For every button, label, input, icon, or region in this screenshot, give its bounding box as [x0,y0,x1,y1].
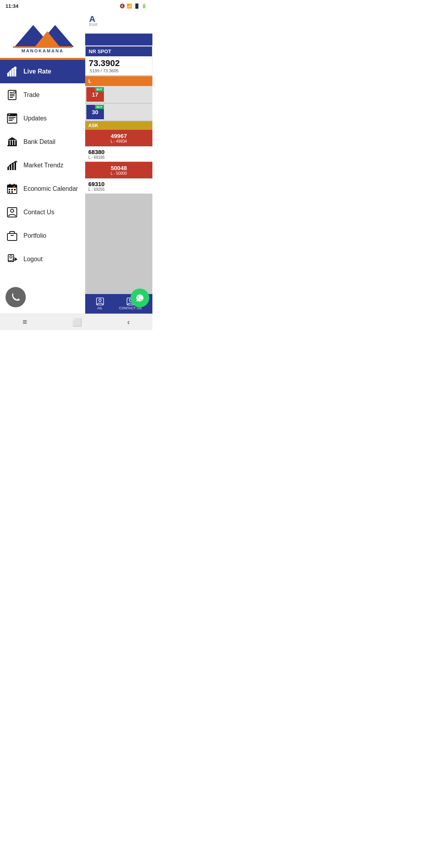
updates-label: Updates [23,115,47,122]
menu-item-bank-detail[interactable]: Bank Detail [0,130,85,154]
price-row-3: 50048 L - 50000 [85,162,152,178]
svg-rect-20 [9,117,16,118]
logout-label: Logout [23,256,43,263]
price-value-4: 69310 [88,181,149,187]
svg-rect-41 [11,189,13,190]
status-bar: 11:34 🔇 📶 ▐▌ 🔋 [0,0,152,11]
svg-point-48 [11,209,14,212]
svg-rect-3 [13,46,72,48]
buy-badge-1: BUY [95,87,104,91]
menu-item-portfolio[interactable]: Portfolio [0,224,85,247]
market-trendz-icon [5,159,19,172]
economic-calendar-icon [5,182,19,195]
svg-rect-21 [9,118,14,119]
price-row-1: 49967 L - 49934 [85,130,152,146]
svg-rect-13 [10,95,14,96]
svg-text:MANOKAMANA: MANOKAMANA [21,48,64,53]
menu-item-market-trendz[interactable]: Market Trendz [0,154,85,177]
svg-point-52 [10,256,12,258]
buy-button-2[interactable]: 30 BUY [86,105,104,119]
bank-icon [5,135,19,149]
svg-rect-38 [9,184,11,186]
updates-icon [5,112,19,125]
menu-item-economic-calendar[interactable]: Economic Calendar [0,177,85,201]
menu-item-logout[interactable]: Logout [0,247,85,271]
svg-rect-31 [7,167,9,170]
price-value-3: 50048 [111,165,127,171]
contact-icon-bottom [96,298,104,305]
menu-item-contact-us[interactable]: Contact Us [0,201,85,224]
price-sub-2: L - 68185 [88,155,149,160]
right-header: A trust [85,11,152,34]
fab-phone-button[interactable] [5,287,26,307]
price-sub-3: L - 50000 [88,171,149,176]
svg-rect-46 [14,186,15,187]
svg-rect-34 [14,161,16,170]
nav-bar: ≡ ⬜ ‹ [0,314,152,330]
live-rate-label: Live Rate [23,68,51,75]
buy-badge-2: BUY [95,105,104,109]
screen: 11:34 🔇 📶 ▐▌ 🔋 MANOKA [0,0,152,330]
contact-us-icon [5,206,19,219]
mute-icon: 🔇 [120,4,125,9]
svg-rect-11 [10,92,13,93]
status-icons: 🔇 📶 ▐▌ 🔋 [120,4,147,9]
buy-value-1: 17 [92,91,98,98]
nav-home-button[interactable]: ⬜ [72,317,82,327]
svg-rect-42 [14,189,16,190]
svg-rect-37 [7,185,17,188]
buy-row-2: 30 BUY [85,104,152,120]
svg-rect-45 [13,187,14,187]
svg-rect-7 [12,68,14,76]
svg-rect-40 [9,189,10,190]
logo-area: MANOKAMANA [0,11,85,58]
ask-header: ASK [85,121,152,130]
bank-detail-label: Bank Detail [23,138,55,145]
rate-sub: .5199 / 73.3605 [89,68,149,73]
battery-icon: 🔋 [141,4,147,9]
svg-rect-43 [9,191,10,193]
right-header-trust: trust [89,22,97,27]
menu-list: Live Rate [0,60,85,314]
bottom-label-ail: AIL [97,306,103,310]
nav-menu-button[interactable]: ≡ [23,317,27,326]
live-rate-icon [5,65,19,78]
svg-rect-27 [11,140,12,145]
svg-rect-24 [9,115,10,115]
menu-panel: MANOKAMANA [0,11,85,314]
main-content: MANOKAMANA [0,11,152,314]
signal-icon: ▐▌ [134,4,140,8]
nr-spot-section: NR SPOT 73.3902 .5199 / 73.3605 [85,46,152,75]
price-value-1: 49967 [111,133,127,139]
price-row-4: 69310 L - 69255 [85,179,152,194]
menu-item-trade[interactable]: Trade [0,83,85,107]
wifi-icon: 📶 [127,4,132,9]
whatsapp-icon [134,292,145,303]
buy-row-1: 17 BUY [85,86,152,103]
svg-rect-22 [9,120,13,121]
fab-whatsapp-button[interactable] [131,289,149,307]
price-sub-1: L - 49934 [88,139,149,143]
menu-item-updates[interactable]: Updates [0,107,85,130]
right-panel: A trust NR SPOT 73.3902 .5199 / 73.3605 … [85,11,152,314]
trade-icon [5,88,19,102]
status-time: 11:34 [5,3,18,9]
phone-icon [11,292,21,302]
buy-value-2: 30 [92,109,98,115]
market-trendz-label: Market Trendz [23,162,63,169]
orange-section-header: L [85,76,152,86]
svg-rect-26 [8,140,10,145]
price-value-2: 68380 [88,149,149,155]
buy-button-1[interactable]: 17 BUY [86,87,104,102]
rate-display: 73.3902 .5199 / 73.3605 [86,56,152,75]
price-row-2: 68380 L - 68185 [85,147,152,161]
svg-marker-25 [7,137,17,140]
bottom-bar-item-ail[interactable]: AIL [96,298,104,310]
menu-item-live-rate[interactable]: Live Rate [0,60,85,83]
rate-main: 73.3902 [89,58,149,68]
logout-icon [5,253,19,266]
nav-back-button[interactable]: ‹ [127,317,130,326]
nr-spot-header: NR SPOT [86,47,152,56]
svg-rect-33 [12,163,14,170]
contact-us-label: Contact Us [23,209,54,216]
